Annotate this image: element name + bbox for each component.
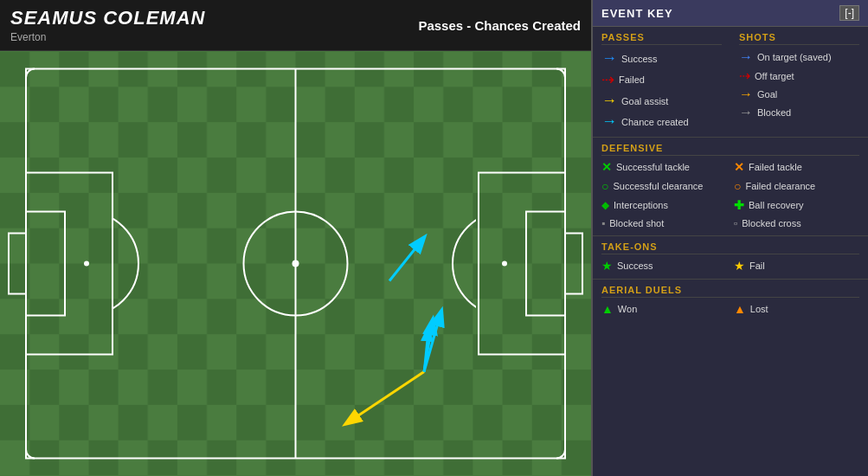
- def-successful-clearance: ○ Successful clearance: [601, 179, 727, 193]
- star-yellow-icon: ★: [734, 259, 745, 273]
- header: SEAMUS COLEMAN Everton Passes - Chances …: [0, 0, 591, 51]
- def-failed-clearance-label: Failed clearance: [745, 181, 815, 191]
- player-name: SEAMUS COLEMAN: [10, 7, 205, 29]
- shot-blocked-label: Blocked: [757, 107, 791, 118]
- collapse-button[interactable]: [-]: [839, 5, 859, 21]
- shots-section: SHOTS → On target (saved) ⇢ Off target →…: [730, 27, 868, 137]
- shot-goal-label: Goal: [757, 89, 777, 100]
- pitch-container: [0, 51, 591, 476]
- arrow-red-dashed-icon: ⇢: [739, 68, 750, 84]
- takeons-grid: ★ Success ★ Fail: [601, 259, 859, 275]
- def-failed-tackle: ✕ Failed tackle: [734, 160, 859, 174]
- passes-header: PASSES: [601, 32, 722, 45]
- shot-off-target: ⇢ Off target: [739, 68, 859, 84]
- def-successful-tackle-label: Successful tackle: [616, 162, 690, 172]
- shot-on-target-label: On target (saved): [757, 52, 832, 62]
- tri-orange-icon: ▲: [734, 302, 746, 316]
- takeon-success: ★ Success: [601, 259, 727, 273]
- def-interceptions-label: Interceptions: [614, 200, 668, 210]
- pass-success: → Success: [601, 49, 722, 68]
- pass-failed: ⇢ Failed: [601, 70, 722, 89]
- pass-chance-created-label: Chance created: [621, 117, 689, 127]
- chart-title: Passes - Chances Created: [418, 18, 581, 33]
- defensive-grid: ✕ Successful tackle ✕ Failed tackle ○ Su…: [601, 160, 859, 232]
- circle-orange-icon: ○: [734, 179, 741, 193]
- takeons-header: TAKE-ONS: [601, 241, 859, 254]
- aerial-won-label: Won: [618, 304, 637, 314]
- def-failed-tackle-label: Failed tackle: [749, 162, 802, 172]
- def-successful-clearance-label: Successful clearance: [613, 181, 703, 191]
- pass-goal-assist: → Goal assist: [601, 92, 722, 110]
- aerial-lost-label: Lost: [750, 304, 768, 314]
- x-orange-icon: ✕: [734, 160, 744, 174]
- takeon-fail-label: Fail: [749, 261, 765, 271]
- event-key-header: EVENT KEY [-]: [593, 0, 868, 27]
- diamond-green-icon: ◆: [601, 199, 609, 211]
- right-panel: EVENT KEY [-] PASSES → Success ⇢ Failed …: [591, 0, 868, 476]
- aerial-won: ▲ Won: [601, 302, 727, 316]
- pass-failed-label: Failed: [619, 74, 645, 85]
- shot-blocked: → Blocked: [739, 105, 859, 120]
- star-green-icon: ★: [601, 259, 613, 273]
- arrow-red-icon: ⇢: [601, 70, 614, 89]
- arrow-blue-outline-icon: →: [739, 49, 753, 65]
- shot-on-target: → On target (saved): [739, 49, 859, 65]
- event-key-title: EVENT KEY: [601, 7, 673, 20]
- aerial-duels-grid: ▲ Won ▲ Lost: [601, 302, 859, 318]
- pass-success-label: Success: [621, 54, 658, 64]
- arrow-cyan-icon: →: [601, 113, 617, 131]
- aerial-duels-section: AERIAL DUELS ▲ Won ▲ Lost: [593, 280, 868, 322]
- takeon-fail: ★ Fail: [734, 259, 859, 273]
- shot-goal: → Goal: [739, 87, 859, 102]
- shot-off-target-label: Off target: [755, 71, 794, 81]
- aerial-duels-header: AERIAL DUELS: [601, 285, 859, 298]
- def-blocked-cross: ▫ Blocked cross: [734, 217, 859, 229]
- defensive-header: DEFENSIVE: [601, 143, 859, 156]
- arrow-blue-icon: →: [601, 49, 617, 68]
- svg-point-7: [293, 261, 299, 267]
- def-blocked-shot: ▪ Blocked shot: [601, 217, 727, 229]
- aerial-lost: ▲ Lost: [734, 302, 859, 316]
- x-green-icon: ✕: [601, 160, 612, 174]
- player-team: Everton: [10, 31, 205, 43]
- left-panel: SEAMUS COLEMAN Everton Passes - Chances …: [0, 0, 591, 476]
- tri-green-icon: ▲: [601, 302, 614, 316]
- passes-section: PASSES → Success ⇢ Failed → Goal assist …: [593, 27, 730, 137]
- def-blocked-cross-label: Blocked cross: [742, 218, 800, 228]
- def-ball-recovery: ✚ Ball recovery: [734, 198, 859, 212]
- sq-lgray-icon: ▫: [734, 217, 737, 229]
- pass-chance-created: → Chance created: [601, 113, 722, 131]
- def-successful-tackle: ✕ Successful tackle: [601, 160, 727, 174]
- defensive-section: DEFENSIVE ✕ Successful tackle ✕ Failed t…: [593, 138, 868, 236]
- arrow-yellow-icon: →: [601, 92, 617, 110]
- pass-goal-assist-label: Goal assist: [621, 96, 668, 106]
- def-blocked-shot-label: Blocked shot: [609, 218, 664, 228]
- arrow-yellow-goal-icon: →: [739, 87, 753, 102]
- circle-green-icon: ○: [601, 179, 608, 193]
- svg-point-16: [502, 261, 507, 267]
- arrow-gray-icon: →: [739, 105, 753, 120]
- plus-green-icon: ✚: [734, 198, 744, 212]
- def-failed-clearance: ○ Failed clearance: [734, 179, 859, 193]
- takeon-success-label: Success: [617, 261, 653, 271]
- svg-point-11: [84, 261, 89, 267]
- takeons-section: TAKE-ONS ★ Success ★ Fail: [593, 236, 868, 280]
- shots-header: SHOTS: [739, 32, 859, 45]
- sq-gray-icon: ▪: [601, 217, 605, 229]
- def-interceptions: ◆ Interceptions: [601, 198, 727, 212]
- def-ball-recovery-label: Ball recovery: [749, 200, 804, 210]
